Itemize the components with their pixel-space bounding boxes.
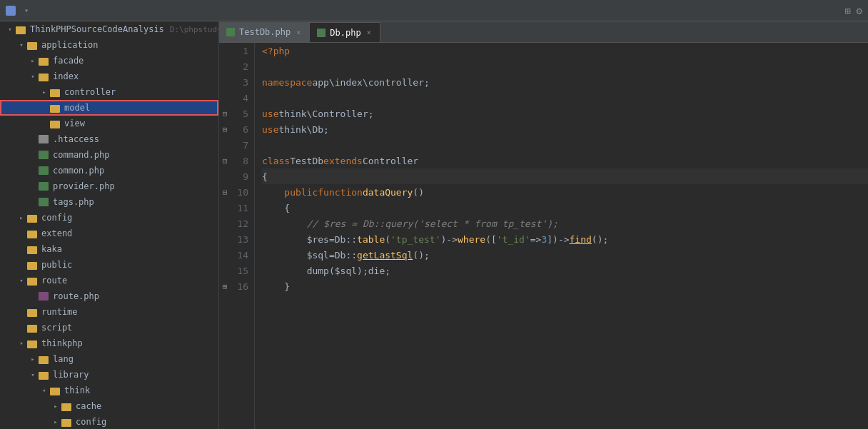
editor-container: TestDb.php×Db.php× 123456789101112131415…: [219, 21, 868, 429]
sidebar-item-root[interactable]: ThinkPHPSourceCodeAnalysisD:\phpstudy...: [0, 21, 218, 37]
code-line-7[interactable]: [262, 137, 868, 153]
sidebar-item-label: .htaccess: [53, 134, 99, 144]
code-line-11[interactable]: {: [262, 200, 868, 216]
code-line-6[interactable]: use think\Db;: [262, 121, 868, 137]
sidebar-item-cache[interactable]: cache: [0, 398, 218, 414]
dropdown-arrow[interactable]: ▾: [24, 6, 29, 14]
sidebar-item-route[interactable]: route: [0, 273, 218, 288]
fold-arrow[interactable]: [221, 282, 229, 291]
sidebar-item-label: command.php: [53, 150, 109, 160]
sidebar-item-label: runtime: [41, 307, 78, 317]
folder-icon: [27, 278, 37, 286]
tab-close-button[interactable]: ×: [365, 27, 373, 38]
sidebar-item-view[interactable]: view: [0, 116, 218, 131]
sidebar-item-label: route.php: [53, 291, 99, 301]
code-line-9[interactable]: {: [262, 168, 868, 184]
sidebar-item-libconfig[interactable]: config: [0, 414, 218, 429]
sidebar-item-think[interactable]: think: [0, 383, 218, 398]
sidebar-item-thinkphp[interactable]: thinkphp: [0, 335, 218, 351]
sidebar-item-application[interactable]: application: [0, 37, 218, 53]
sidebar-item-htaccess[interactable]: .htaccess: [0, 131, 218, 147]
code-line-8[interactable]: class TestDb extends Controller: [262, 153, 868, 168]
fold-arrow[interactable]: [221, 188, 229, 196]
php-icon: [39, 151, 49, 159]
sidebar-item-index[interactable]: index: [0, 69, 218, 84]
sidebar-item-kaka[interactable]: kaka: [0, 241, 218, 257]
folder-icon: [39, 74, 49, 81]
code-line-10[interactable]: public function dataQuery (): [262, 184, 868, 200]
code-line-13[interactable]: $res = Db::table('tp_test')->where(['t_i…: [262, 231, 868, 247]
sidebar-item-label: index: [53, 71, 79, 81]
settings-icon[interactable]: ⚙: [857, 5, 862, 16]
line-number-9: 9: [219, 168, 254, 184]
tree-arrow: [29, 72, 37, 81]
line-numbers: 12345678910111213141516: [219, 43, 255, 429]
sidebar-item-tags[interactable]: tags.php: [0, 194, 218, 210]
sidebar-item-provider[interactable]: provider.php: [0, 178, 218, 194]
tree-arrow: [17, 276, 26, 285]
sidebar-item-lang[interactable]: lang: [0, 351, 218, 367]
sidebar-item-extend[interactable]: extend: [0, 226, 218, 241]
sidebar-item-label: common.php: [53, 166, 104, 176]
sidebar-item-label: facade: [53, 56, 84, 66]
sidebar-item-runtime[interactable]: runtime: [0, 304, 218, 320]
folder-icon: [27, 246, 37, 254]
fold-arrow[interactable]: [221, 156, 229, 165]
folder-icon: [61, 403, 71, 411]
code-area[interactable]: <?php namespace app\index\controller; us…: [255, 43, 868, 429]
fold-arrow[interactable]: [221, 109, 229, 118]
code-line-15[interactable]: dump($sql);die;: [262, 263, 868, 278]
sidebar-item-label: model: [64, 103, 90, 113]
sidebar-item-label: view: [64, 118, 85, 128]
sidebar-item-library[interactable]: library: [0, 367, 218, 383]
code-line-3[interactable]: namespace app\index\controller;: [262, 74, 868, 90]
sidebar-item-facade[interactable]: facade: [0, 53, 218, 69]
main-layout: ThinkPHPSourceCodeAnalysisD:\phpstudy...…: [0, 21, 868, 429]
code-line-4[interactable]: [262, 90, 868, 106]
sidebar-item-label: script: [41, 323, 72, 333]
tree-arrow: [29, 56, 37, 65]
code-line-14[interactable]: $sql = Db::getLastSql();: [262, 247, 868, 263]
editor-content: 12345678910111213141516 <?php namespace …: [219, 43, 868, 429]
tab-label: TestDb.php: [239, 27, 291, 37]
layout-icon[interactable]: ⊞: [844, 5, 850, 16]
line-number-13: 13: [219, 231, 254, 247]
code-line-16[interactable]: }: [262, 278, 868, 294]
folder-icon: [27, 340, 37, 348]
htaccess-icon: [39, 135, 49, 143]
sidebar-item-label: extend: [41, 228, 72, 238]
title-bar-left: ▾: [6, 6, 29, 16]
sidebar-item-controller[interactable]: controller: [0, 84, 218, 100]
folder-icon: [39, 356, 49, 364]
code-line-1[interactable]: <?php: [262, 43, 868, 59]
line-number-16: 16: [219, 278, 254, 294]
tab-close-button[interactable]: ×: [295, 27, 302, 38]
folder-icon: [50, 121, 60, 128]
sidebar-item-label: kaka: [41, 244, 62, 254]
sidebar-item-label: route: [41, 276, 67, 286]
folder-icon: [27, 215, 37, 223]
line-number-7: 7: [219, 137, 254, 153]
folder-icon: [27, 309, 37, 317]
tree-arrow: [17, 41, 26, 49]
sidebar-item-command[interactable]: command.php: [0, 147, 218, 163]
sidebar: ThinkPHPSourceCodeAnalysisD:\phpstudy...…: [0, 21, 219, 429]
tab-testdb[interactable]: TestDb.php×: [219, 22, 310, 42]
line-number-3: 3: [219, 74, 254, 90]
sidebar-item-config[interactable]: config: [0, 210, 218, 226]
php-icon: [39, 198, 49, 206]
code-line-12[interactable]: // $res = Db::query('select * from tp_te…: [262, 216, 868, 231]
sidebar-item-public[interactable]: public: [0, 257, 218, 273]
folder-icon: [50, 89, 60, 97]
folder-icon: [27, 325, 37, 333]
php-icon: [39, 182, 49, 191]
line-number-15: 15: [219, 263, 254, 278]
sidebar-item-routephp[interactable]: route.php: [0, 288, 218, 304]
sidebar-item-common[interactable]: common.php: [0, 163, 218, 178]
fold-arrow[interactable]: [221, 125, 229, 133]
tab-db[interactable]: Db.php×: [310, 22, 380, 42]
code-line-5[interactable]: use think\Controller;: [262, 106, 868, 121]
sidebar-item-script[interactable]: script: [0, 320, 218, 335]
sidebar-item-model[interactable]: model: [0, 100, 218, 116]
code-line-2[interactable]: [262, 59, 868, 74]
